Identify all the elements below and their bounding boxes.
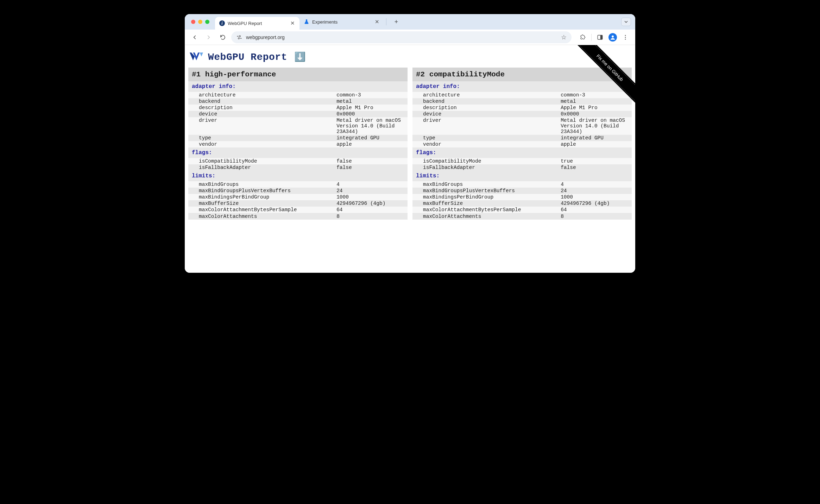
adapter-info-title: adapter info: xyxy=(188,81,408,92)
row-value: 4 xyxy=(557,181,632,188)
row-key: maxColorAttachmentBytesPerSample xyxy=(188,207,333,213)
table-row: architecturecommon-3 xyxy=(188,92,408,98)
row-value: integrated GPU xyxy=(333,135,408,141)
tab-favicon-info-icon: i xyxy=(219,20,225,26)
maximize-window-button[interactable] xyxy=(205,20,209,24)
row-key: vendor xyxy=(188,141,333,147)
row-value: true xyxy=(557,158,632,164)
row-key: description xyxy=(188,105,333,111)
svg-rect-5 xyxy=(600,35,603,39)
row-key: type xyxy=(188,135,333,141)
browser-toolbar: webgpureport.org ☆ xyxy=(185,30,635,45)
table-row: maxBindingsPerBindGroup1000 xyxy=(412,194,632,200)
table-row: maxColorAttachments8 xyxy=(412,213,632,220)
bookmark-star-icon[interactable]: ☆ xyxy=(561,33,567,41)
row-value: Metal driver on macOS Version 14.0 (Buil… xyxy=(333,117,408,135)
adapter-heading: #1 high-performance xyxy=(188,68,408,81)
table-row: maxBindGroupsPlusVertexBuffers24 xyxy=(412,188,632,194)
table-row: descriptionApple M1 Pro xyxy=(188,105,408,111)
table-row: typeintegrated GPU xyxy=(188,135,408,141)
row-key: maxColorAttachments xyxy=(188,213,333,220)
sidepanel-icon[interactable] xyxy=(594,32,606,43)
row-key: type xyxy=(412,135,557,141)
row-value: 4 xyxy=(333,181,408,188)
table-row: maxBindGroups4 xyxy=(188,181,408,188)
svg-rect-0 xyxy=(237,36,239,37)
row-value: 1000 xyxy=(557,194,632,200)
back-button[interactable] xyxy=(189,32,200,43)
github-ribbon[interactable]: Fix me on GitHub xyxy=(565,45,635,115)
close-tab-button[interactable]: ✕ xyxy=(290,20,295,26)
new-tab-button[interactable]: + xyxy=(391,17,401,27)
row-key: description xyxy=(412,105,557,111)
table-row: isFallbackAdapterfalse xyxy=(188,164,408,171)
tab-title: Experiments xyxy=(312,19,371,25)
close-window-button[interactable] xyxy=(191,20,195,24)
svg-point-7 xyxy=(625,35,626,36)
minimize-window-button[interactable] xyxy=(198,20,202,24)
table-row: maxBindingsPerBindGroup1000 xyxy=(188,194,408,200)
row-value: 1000 xyxy=(333,194,408,200)
toolbar-separator xyxy=(591,34,592,41)
close-tab-button[interactable]: ✕ xyxy=(374,19,380,25)
row-key: maxBindingsPerBindGroup xyxy=(188,194,333,200)
table-row: vendorapple xyxy=(412,141,632,147)
address-bar[interactable]: webgpureport.org ☆ xyxy=(231,31,572,43)
flags-title: flags: xyxy=(188,147,408,158)
table-row: isCompatibilityModefalse xyxy=(188,158,408,164)
row-value: common-3 xyxy=(333,92,408,98)
row-key: backend xyxy=(188,98,333,105)
adapter-info-table: architecturecommon-3backendmetaldescript… xyxy=(188,92,408,147)
table-row: isFallbackAdapterfalse xyxy=(412,164,632,171)
row-value: false xyxy=(333,164,408,171)
tab-title: WebGPU Report xyxy=(228,21,287,26)
svg-point-1 xyxy=(239,36,241,37)
limits-title: limits: xyxy=(412,171,632,181)
row-key: architecture xyxy=(188,92,333,98)
svg-marker-12 xyxy=(200,52,203,56)
flags-table: isCompatibilityModefalseisFallbackAdapte… xyxy=(188,158,408,171)
row-key: maxBindGroupsPlusVertexBuffers xyxy=(412,188,557,194)
reload-button[interactable] xyxy=(217,32,228,43)
limits-title: limits: xyxy=(188,171,408,181)
row-value: 4294967296 (4gb) xyxy=(333,200,408,207)
site-settings-icon[interactable] xyxy=(236,34,242,40)
row-value: false xyxy=(557,164,632,171)
forward-button[interactable] xyxy=(203,32,214,43)
menu-button[interactable] xyxy=(620,32,631,43)
tab-bar: i WebGPU Report ✕ Experiments ✕ + xyxy=(185,14,635,30)
row-key: isCompatibilityMode xyxy=(188,158,333,164)
github-ribbon-label: Fix me on GitHub xyxy=(571,45,635,107)
tab-webgpu-report[interactable]: i WebGPU Report ✕ xyxy=(215,17,299,30)
table-row: maxBufferSize4294967296 (4gb) xyxy=(188,200,408,207)
row-key: maxBufferSize xyxy=(188,200,333,207)
row-value: 8 xyxy=(557,213,632,220)
row-value: Metal driver on macOS Version 14.0 (Buil… xyxy=(557,117,632,135)
tab-experiments[interactable]: Experiments ✕ xyxy=(299,15,384,28)
row-value: 0x0000 xyxy=(333,111,408,117)
table-row: maxColorAttachmentBytesPerSample64 xyxy=(412,207,632,213)
table-row: device0x0000 xyxy=(188,111,408,117)
profile-button[interactable] xyxy=(607,32,618,43)
extensions-icon[interactable] xyxy=(577,32,588,43)
row-value: 24 xyxy=(557,188,632,194)
table-row: maxBufferSize4294967296 (4gb) xyxy=(412,200,632,207)
svg-point-3 xyxy=(238,38,240,39)
table-row: driverMetal driver on macOS Version 14.0… xyxy=(188,117,408,135)
table-row: maxColorAttachments8 xyxy=(188,213,408,220)
row-key: maxBindGroups xyxy=(188,181,333,188)
row-key: isCompatibilityMode xyxy=(412,158,557,164)
download-button[interactable]: ⬇️ xyxy=(294,51,305,63)
row-key: maxBindGroupsPlusVertexBuffers xyxy=(188,188,333,194)
row-value: 24 xyxy=(333,188,408,194)
tab-favicon-flask-icon xyxy=(304,19,309,25)
flags-title: flags: xyxy=(412,147,632,158)
row-key: vendor xyxy=(412,141,557,147)
svg-point-8 xyxy=(625,37,626,38)
tabs-dropdown-button[interactable] xyxy=(621,18,631,26)
row-key: architecture xyxy=(412,92,557,98)
url-text: webgpureport.org xyxy=(246,34,557,40)
webgpu-logo-icon xyxy=(190,52,203,62)
toolbar-right xyxy=(577,32,631,43)
table-row: isCompatibilityModetrue xyxy=(412,158,632,164)
